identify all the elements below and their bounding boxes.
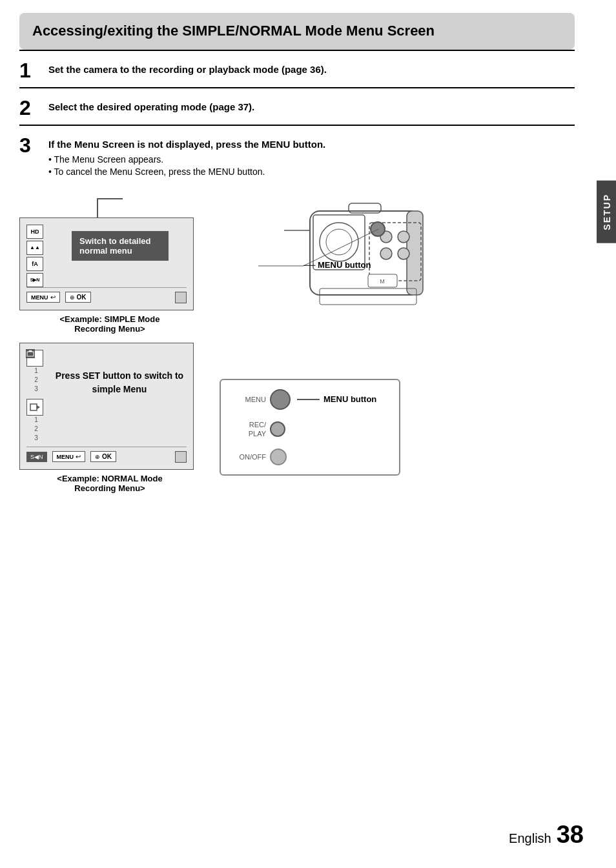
bp-onoff-button <box>270 449 287 465</box>
camera-svg: M <box>220 198 439 366</box>
simple-tooltip: Switch to detailednormal menu <box>72 231 169 261</box>
diagrams-area: HD ▲▲ fA S▶N Switch to detailednormal me… <box>19 198 575 493</box>
bp-recplay-button <box>270 421 285 437</box>
normal-icon-main-2 <box>26 399 43 416</box>
normal-footer-menu: MENU ↩ <box>52 451 86 462</box>
svg-point-14 <box>398 248 409 259</box>
press-set-text: Press SET button to switch to simple Men… <box>52 369 187 396</box>
bp-menu-desc: MENU button <box>323 394 376 404</box>
svg-rect-18 <box>320 288 416 305</box>
step-number-1: 1 <box>19 59 48 81</box>
bp-recplay-label: REC/PLAY <box>234 420 266 439</box>
step-number-2: 2 <box>19 96 48 118</box>
page-number: 38 <box>557 821 584 849</box>
bp-menu-line <box>297 399 320 400</box>
normal-footer-corner <box>175 451 187 463</box>
normal-menu-caption: <Example: NORMAL ModeRecording Menu> <box>19 474 200 493</box>
normal-mode-group: 123 123 Press SET button to switch to si… <box>19 343 200 493</box>
connector-line-h <box>97 198 123 199</box>
step-3: 3 If the Menu Screen is not displayed, p… <box>19 125 575 185</box>
menu-footer-ok-btn: ⊕ OK <box>65 292 91 303</box>
bp-recplay-row: REC/PLAY <box>234 420 386 439</box>
setup-tab: SETUP <box>597 181 616 243</box>
step-1: 1 Set the camera to the recording or pla… <box>19 50 575 87</box>
bp-menu-row: MENU MENU button <box>234 389 386 410</box>
normal-menu-screen: 123 123 Press SET button to switch to si… <box>19 343 194 470</box>
menu-footer-menu-btn: MENU ↩ <box>26 292 60 303</box>
step-text-1: Set the camera to the recording or playb… <box>48 59 327 76</box>
svg-point-13 <box>380 248 392 259</box>
bp-onoff-row: ON/OFF <box>234 449 386 465</box>
normal-icon-group-1: 123 <box>26 350 43 394</box>
icon-aa: ▲▲ <box>26 241 43 255</box>
svg-point-7 <box>326 229 352 255</box>
svg-rect-0 <box>27 352 34 356</box>
page-title-box: Accessing/exiting the SIMPLE/NORMAL Mode… <box>19 13 575 50</box>
normal-icon-group-2: 123 <box>26 399 43 443</box>
icon-hd: HD <box>26 225 43 239</box>
normal-footer-sn: S◀N <box>26 452 47 462</box>
icon-fa: fA <box>26 257 43 271</box>
camera-illustration: M ── MENU button <box>220 198 439 366</box>
icon-sn: S▶N <box>26 273 43 287</box>
menu-button-label: ── MENU button <box>303 260 371 270</box>
bp-menu-label: MENU <box>234 396 266 403</box>
svg-point-12 <box>398 231 409 243</box>
simple-menu-screen: HD ▲▲ fA S▶N Switch to detailednormal me… <box>19 217 194 310</box>
svg-marker-1 <box>28 350 32 352</box>
normal-icons-col: 123 123 <box>26 350 43 447</box>
normal-menu-footer: S◀N MENU ↩ ⊕ OK <box>26 447 187 463</box>
normal-icon-main-1 <box>26 350 43 367</box>
normal-icon-subs-1: 123 <box>29 367 43 394</box>
normal-footer-ok: ⊕ OK <box>90 451 116 462</box>
page-number-area: English 38 <box>509 821 584 849</box>
bp-menu-button <box>270 389 291 410</box>
svg-text:M: M <box>380 278 385 285</box>
button-panel: MENU MENU button REC/PLAY ON/OFF <box>220 379 400 476</box>
right-diagrams: M ── MENU button MENU <box>220 198 575 476</box>
normal-content: Press SET button to switch to simple Men… <box>52 350 187 396</box>
simple-menu-caption: <Example: SIMPLE ModeRecording Menu> <box>19 314 200 334</box>
simple-mode-group: HD ▲▲ fA S▶N Switch to detailednormal me… <box>19 198 200 334</box>
language-label: English <box>509 831 551 846</box>
simple-icons-col: HD ▲▲ fA S▶N <box>26 225 43 287</box>
connector-line-v <box>97 198 98 217</box>
menu-footer-corner <box>175 292 187 303</box>
page-title: Accessing/exiting the SIMPLE/NORMAL Mode… <box>32 22 562 41</box>
svg-marker-2 <box>30 404 37 410</box>
step-2: 2 Select the desired operating mode (pag… <box>19 87 575 125</box>
step-text-3: If the Menu Screen is not displayed, pre… <box>48 134 325 179</box>
step-3-bullets: The Menu Screen appears. To cancel the M… <box>48 154 325 179</box>
step-number-3: 3 <box>19 134 48 156</box>
connector-area <box>19 198 200 217</box>
left-diagrams: HD ▲▲ fA S▶N Switch to detailednormal me… <box>19 198 200 493</box>
svg-marker-3 <box>37 405 40 409</box>
bp-onoff-label: ON/OFF <box>234 453 266 461</box>
simple-menu-footer: MENU ↩ ⊕ OK <box>26 287 187 303</box>
step-text-2: Select the desired operating mode (page … <box>48 96 254 114</box>
normal-icon-subs-2: 123 <box>29 416 43 443</box>
